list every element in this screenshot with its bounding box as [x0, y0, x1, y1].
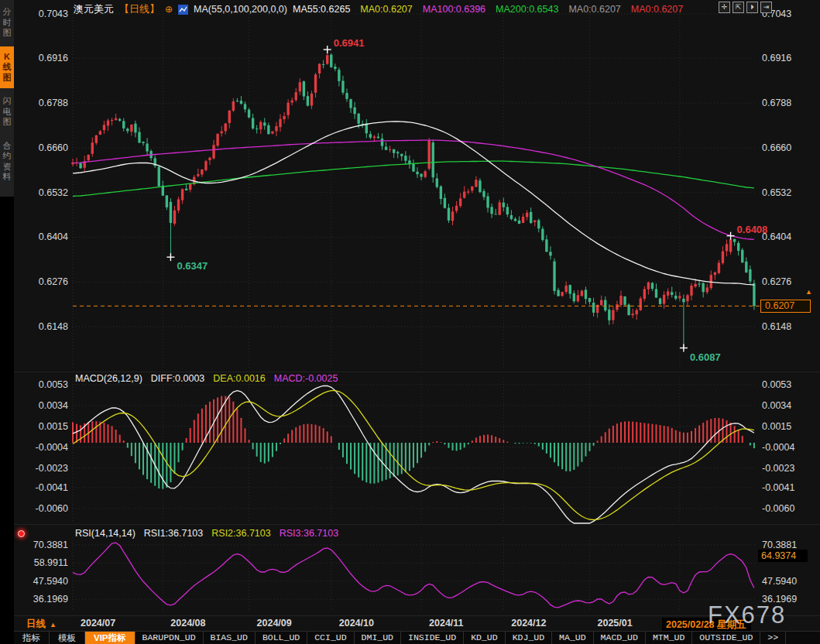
y-axis-label: 0.6148	[762, 321, 791, 332]
chart-style-icon[interactable]	[178, 5, 188, 15]
x-axis-date-label: 2024/09	[257, 618, 292, 629]
toolbar-button-CCI_UD[interactable]: CCI_UD	[307, 632, 354, 644]
rsi3-value: RSI3:36.7103	[280, 528, 338, 539]
period-label: 日线	[26, 618, 46, 629]
price-extreme-label: 0.6087	[690, 351, 721, 363]
y-axis-label: 0.6532	[39, 187, 68, 198]
y-axis-label: 0.0015	[39, 421, 68, 432]
toolbar-button-BARUPDN_UD[interactable]: BARUPDN_UD	[136, 632, 204, 644]
y-axis-label: -0.0041	[762, 482, 794, 493]
sidebar-tab-闪电图[interactable]: 闪电图	[0, 91, 14, 133]
y-axis-label: 0.6916	[762, 53, 791, 63]
chart-type-tabstrip: 分时图K线图闪电图合约资料	[0, 0, 14, 197]
toolbar-button->>[interactable]: >>	[760, 632, 786, 644]
toolbar-button-MTM_UD[interactable]: MTM_UD	[646, 632, 692, 644]
x-axis-date-label: 2025/01	[598, 618, 633, 629]
y-axis-scale-icon[interactable]: ⇱	[733, 2, 744, 13]
watermark-logo: FX678	[708, 601, 786, 629]
price-chart[interactable]: 0.70430.70430.69160.69160.67880.67880.66…	[0, 0, 820, 615]
ma-formula: MA(55,0,100,200,0,0)	[194, 4, 287, 15]
toolbar-button-KD_UD[interactable]: KD_UD	[464, 632, 506, 644]
ma-value: MA55:0.6265	[293, 4, 350, 15]
y-axis-label: -0.0004	[762, 442, 794, 453]
y-axis-label: 0.0015	[762, 421, 791, 432]
y-axis-label: 0.0034	[762, 400, 791, 411]
y-axis-label: 70.3881	[762, 540, 797, 550]
sidebar-tab-分时图[interactable]: 分时图	[0, 2, 14, 44]
y-axis-label: 70.3881	[33, 540, 68, 550]
y-axis-label: 0.6276	[39, 276, 68, 287]
ma-value: MA100:0.6396	[423, 4, 485, 15]
price-extreme-label: 0.6941	[334, 37, 365, 49]
y-axis-label: 0.6660	[762, 142, 791, 153]
toolbar-button-MACD_UD[interactable]: MACD_UD	[594, 632, 646, 644]
period-tag: 【日线】	[119, 2, 160, 16]
chevron-up-icon: ▲	[50, 621, 57, 629]
y-axis-label: 47.5940	[762, 576, 797, 587]
y-axis-label: 0.6276	[762, 276, 791, 287]
rsi2-value: RSI2:36.7103	[211, 528, 270, 539]
macd-dea-value: DEA:0.0016	[213, 373, 265, 384]
y-axis-label: 0.0053	[39, 379, 68, 390]
y-axis-label: 0.6148	[39, 321, 68, 332]
ma-value: MA200:0.6543	[496, 4, 558, 15]
crosshair-icon[interactable]: ✛	[719, 2, 730, 13]
x-axis-date-label: 2024/11	[429, 618, 464, 629]
jump-latest-icon[interactable]: ⇥	[760, 2, 772, 13]
y-axis-label: -0.0060	[762, 503, 794, 514]
y-axis-label: -0.0041	[36, 482, 68, 493]
toolbar-button-OUTSIDE_UD[interactable]: OUTSIDE_UD	[692, 632, 760, 644]
trading-app: 0.70430.70430.69160.69160.67880.67880.66…	[0, 0, 820, 644]
y-axis-label: 0.6788	[39, 98, 68, 108]
x-axis-date-label: 2024/10	[339, 618, 374, 629]
toolbar-button-DMI_UD[interactable]: DMI_UD	[355, 632, 401, 644]
toolbar-button-VIP指标[interactable]: VIP指标	[85, 632, 136, 644]
y-axis-label: 0.6916	[39, 53, 68, 63]
y-axis-label: 58.9911	[34, 557, 68, 568]
ma-values: MA55:0.6265MA0:0.6207MA100:0.6396MA200:0…	[293, 4, 683, 15]
rsi-current-box: 64.9374	[758, 550, 808, 562]
toolbar-button-模板[interactable]: 模板	[50, 632, 85, 644]
y-axis-label: -0.0023	[762, 463, 794, 474]
y-axis-label: 0.6660	[39, 142, 68, 153]
toolbar-button-MA_UD[interactable]: MA_UD	[552, 632, 594, 644]
macd-macd-value: MACD:-0.0025	[274, 373, 338, 384]
toolbar-button-KDJ_UD[interactable]: KDJ_UD	[506, 632, 552, 644]
x-axis-date-label: 2024/12	[511, 618, 546, 629]
x-axis-date-label: 2024/07	[81, 618, 115, 629]
ma-value: MA0:0.6207	[568, 4, 620, 15]
add-indicator-icon[interactable]: ⊕	[165, 4, 173, 15]
chart-tool-icons: ✛⇱⏵⇥	[719, 2, 772, 13]
y-axis-label: 0.7043	[39, 9, 68, 19]
ma-value: MA0:0.6207	[631, 4, 683, 15]
toolbar-button-INSIDE_UD[interactable]: INSIDE_UD	[401, 632, 464, 644]
indicator-toolbar: 指标模板VIP指标BARUPDN_UDBIAS_UDBOLL_UDCCI_UDD…	[14, 631, 820, 644]
macd-name: MACD(26,12,9)	[75, 373, 142, 384]
y-axis-label: -0.0004	[36, 442, 68, 453]
y-axis-label: 47.5940	[33, 576, 68, 587]
rsi1-value: RSI1:36.7103	[144, 528, 203, 539]
macd-diff-value: DIFF:0.0003	[151, 373, 204, 384]
toolbar-button-BIAS_UD[interactable]: BIAS_UD	[204, 632, 256, 644]
sidebar-tab-K线图[interactable]: K线图	[0, 46, 14, 89]
rsi-name: RSI(14,14,14)	[75, 528, 136, 539]
period-selector-button[interactable]: 日线▲	[26, 618, 57, 631]
symbol-name: 澳元美元	[74, 2, 114, 16]
alert-blink-icon	[18, 530, 25, 537]
rsi-header: RSI(14,14,14) RSI1:36.7103 RSI2:36.7103 …	[75, 528, 338, 539]
toolbar-button-BOLL_UD[interactable]: BOLL_UD	[256, 632, 307, 644]
y-axis-label: 0.0053	[762, 379, 791, 390]
sidebar-tab-合约资料[interactable]: 合约资料	[0, 135, 14, 188]
toolbar-button-指标[interactable]: 指标	[14, 632, 50, 644]
y-axis-label: 36.1969	[33, 594, 68, 605]
y-axis-label: 0.6788	[762, 98, 791, 108]
ma-value: MA0:0.6207	[360, 4, 412, 15]
current-price-box: 0.6207	[760, 300, 811, 313]
step-forward-icon[interactable]: ⏵	[746, 2, 758, 13]
main-chart-header: 澳元美元 【日线】 ⊕ MA(55,0,100,200,0,0) MA55:0.…	[74, 2, 683, 16]
y-axis-label: 0.6404	[39, 231, 68, 242]
scroll-latest-marker: ▲	[805, 288, 812, 296]
price-extreme-label: 0.6408	[737, 224, 768, 235]
sidebar: 分时图K线图闪电图合约资料	[0, 0, 14, 644]
macd-header: MACD(26,12,9) DIFF:0.0003 DEA:0.0016 MAC…	[75, 373, 338, 384]
